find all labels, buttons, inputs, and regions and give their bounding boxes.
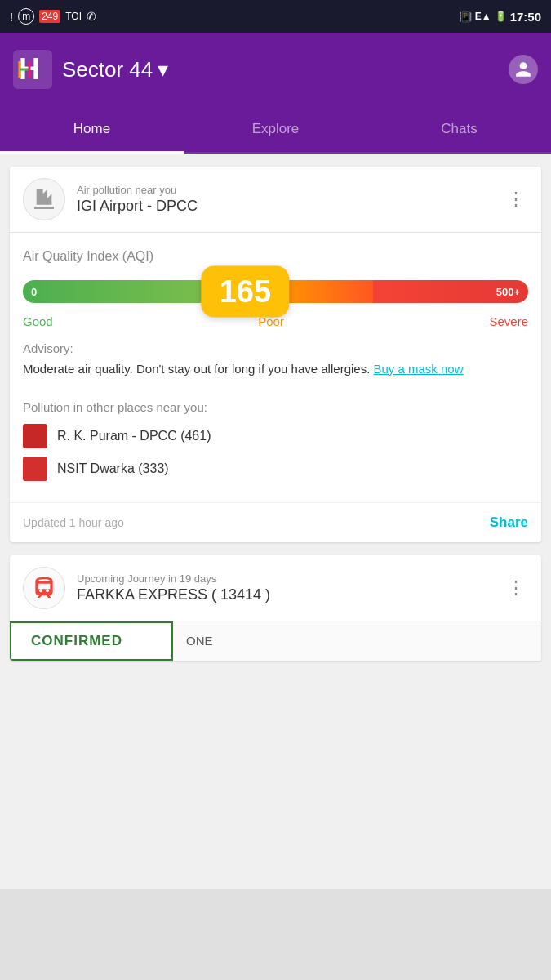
aqi-good-label: Good <box>23 314 53 328</box>
nearby-item-1[interactable]: R. K. Puram - DPCC (461) <box>23 424 528 448</box>
pollution-station-name: IGI Airport - DPCC <box>77 198 504 215</box>
train-icon-wrap <box>23 567 65 609</box>
main-content: Air pollution near you IGI Airport - DPC… <box>0 154 551 889</box>
pollution-card-more-button[interactable]: ⋮ <box>504 187 528 212</box>
advisory-section: Advisory: Moderate air quality. Don't st… <box>10 341 541 392</box>
status-bar: ! m 249 TOI ✆ 📳 E▲ 🔋 17:50 <box>0 0 551 33</box>
updated-time: Updated 1 hour ago <box>23 516 124 529</box>
app-bar-left: H Sector 44 ▾ <box>13 50 168 89</box>
aqi-gauge: 0 500+ 165 <box>23 280 528 303</box>
confirmed-badge: CONFIRMED <box>10 621 173 661</box>
app-logo: H <box>13 50 52 89</box>
aqi-label: Air Quality Index (AQI) <box>23 249 528 264</box>
location-name: Sector 44 <box>62 57 153 82</box>
svg-rect-5 <box>38 198 41 203</box>
vibrate-icon: 📳 <box>459 11 472 23</box>
my-icon: m <box>18 8 34 24</box>
nearby-title: Pollution in other places near you: <box>23 400 528 414</box>
app-bar: H Sector 44 ▾ <box>0 33 551 106</box>
aqi-bar-red: 500+ <box>373 280 528 303</box>
time-display: 17:50 <box>510 10 541 24</box>
pollution-card: Air pollution near you IGI Airport - DPC… <box>10 167 541 542</box>
dropdown-arrow-icon: ▾ <box>158 57 168 82</box>
nav-tabs: Home Explore Chats <box>0 106 551 154</box>
journey-card-more-button[interactable]: ⋮ <box>504 576 528 600</box>
toi-icon: TOI <box>65 11 82 22</box>
journey-class-section: ONE <box>173 621 541 661</box>
status-icons-right: 📳 E▲ 🔋 17:50 <box>459 10 541 24</box>
nearby-dot-2 <box>23 457 47 481</box>
tab-explore[interactable]: Explore <box>184 106 367 152</box>
svg-rect-6 <box>43 198 46 203</box>
pollution-card-text: Air pollution near you IGI Airport - DPC… <box>77 184 504 215</box>
buy-mask-link[interactable]: Buy a mask now <box>373 362 463 376</box>
factory-icon <box>23 178 65 220</box>
nearby-item-2[interactable]: NSIT Dwarka (333) <box>23 457 528 481</box>
pollution-subtitle: Air pollution near you <box>77 184 504 196</box>
aqi-severe-label: Severe <box>489 314 528 328</box>
aqi-value-indicator: 165 <box>202 266 289 318</box>
journey-card: Upcoming Journey in 19 days FARKKA EXPRE… <box>10 555 541 661</box>
aqi-bar-orange <box>276 280 374 303</box>
aqi-bar-max-label: 500+ <box>496 286 520 298</box>
battery-icon: 🔋 <box>495 11 507 22</box>
tab-home[interactable]: Home <box>0 106 184 152</box>
share-button[interactable]: Share <box>490 514 528 531</box>
pollution-card-header: Air pollution near you IGI Airport - DPC… <box>10 167 541 233</box>
advisory-title: Advisory: <box>23 341 528 355</box>
notification-icon: ! <box>10 10 13 24</box>
signal-icon: E▲ <box>475 11 491 22</box>
journey-card-header: Upcoming Journey in 19 days FARKKA EXPRE… <box>10 555 541 621</box>
location-selector[interactable]: Sector 44 ▾ <box>62 57 168 82</box>
confirmed-section: CONFIRMED ONE <box>10 621 541 661</box>
journey-subtitle: Upcoming Journey in 19 days <box>77 572 504 585</box>
aqi-bar-min-label: 0 <box>31 286 37 298</box>
journey-card-text: Upcoming Journey in 19 days FARKKA EXPRE… <box>77 572 504 604</box>
status-icons-left: ! m 249 TOI ✆ <box>10 8 96 24</box>
user-avatar[interactable] <box>509 55 538 84</box>
nearby-pollution-section: Pollution in other places near you: R. K… <box>10 392 541 502</box>
aqi-section: Air Quality Index (AQI) 0 500+ 165 Good … <box>10 233 541 341</box>
svg-rect-7 <box>47 198 50 203</box>
missed-call-icon: ✆ <box>87 10 96 23</box>
tab-chats[interactable]: Chats <box>367 106 551 152</box>
pollution-card-footer: Updated 1 hour ago Share <box>10 502 541 542</box>
nearby-dot-1 <box>23 424 47 448</box>
journey-train-name: FARKKA EXPRESS ( 13414 ) <box>77 586 504 604</box>
bus-icon: 249 <box>39 10 60 23</box>
advisory-text: Moderate air quality. Don't stay out for… <box>23 360 528 379</box>
